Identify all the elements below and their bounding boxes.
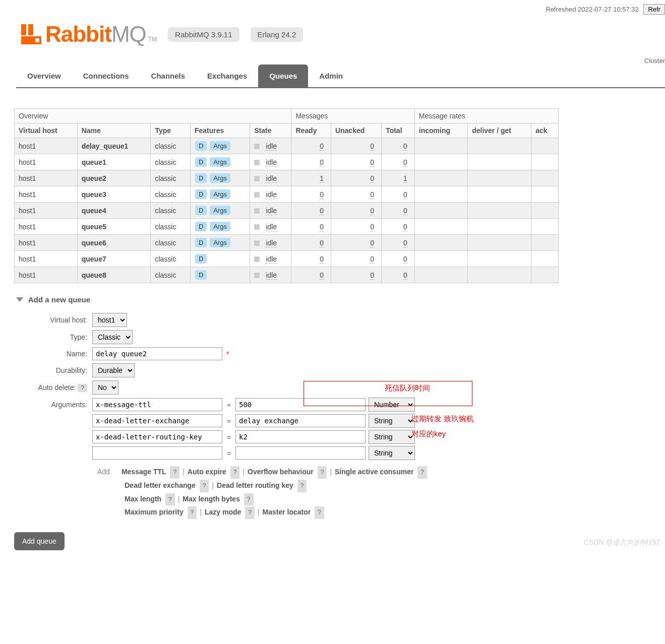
cell-features: D Args	[190, 203, 250, 219]
durable-badge: D	[195, 254, 207, 264]
col-unacked[interactable]: Unacked	[331, 123, 381, 138]
tab-overview[interactable]: Overview	[16, 65, 72, 87]
cell-features: D Args	[190, 235, 250, 251]
cell-name[interactable]: queue6	[77, 235, 151, 251]
help-icon[interactable]: ?	[78, 384, 87, 392]
arg-key-input[interactable]	[92, 430, 222, 443]
cell-state: idle	[250, 219, 291, 235]
help-icon[interactable]: ?	[200, 480, 209, 492]
arg-key-input[interactable]	[92, 446, 222, 460]
arg-value-input[interactable]	[235, 398, 366, 411]
helper-link[interactable]: Max length bytes	[183, 495, 240, 503]
help-icon[interactable]: ?	[188, 506, 197, 519]
col-type[interactable]: Type	[151, 123, 190, 138]
col-ready[interactable]: Ready	[291, 123, 331, 138]
helper-link[interactable]: Max length	[125, 495, 161, 503]
autodelete-select[interactable]: No	[92, 380, 118, 395]
svg-rect-3	[35, 38, 39, 42]
help-icon[interactable]: ?	[318, 466, 327, 479]
cell-name[interactable]: queue4	[77, 203, 151, 219]
col-state[interactable]: State	[250, 123, 291, 138]
tab-channels[interactable]: Channels	[140, 65, 197, 87]
col-deliver[interactable]: deliver / get	[468, 123, 531, 138]
cell-state: idle	[250, 154, 291, 170]
args-badge: Args	[210, 189, 230, 199]
add-queue-button[interactable]: Add queue	[14, 532, 65, 550]
col-vhost[interactable]: Virtual host	[15, 123, 78, 138]
tab-exchanges[interactable]: Exchanges	[196, 65, 258, 87]
helper-link[interactable]: Message TTL	[122, 468, 166, 476]
helper-link[interactable]: Master locator	[263, 508, 311, 516]
arg-type-select[interactable]: String	[369, 446, 415, 460]
logo-text-mq: MQ	[111, 22, 146, 47]
arg-type-select[interactable]: String	[369, 414, 415, 428]
cell-name[interactable]: queue2	[77, 170, 151, 186]
cell-type: classic	[151, 251, 190, 267]
arg-value-input[interactable]	[235, 414, 366, 427]
tab-admin[interactable]: Admin	[308, 65, 354, 87]
cell-deliver	[468, 267, 531, 283]
col-features[interactable]: Features	[190, 123, 250, 138]
help-icon[interactable]: ?	[245, 506, 255, 519]
helper-link[interactable]: Overflow behaviour	[248, 468, 314, 476]
helper-link[interactable]: Dead letter routing key	[217, 481, 293, 489]
arg-type-select[interactable]: String	[369, 430, 415, 444]
arg-key-input[interactable]	[92, 398, 222, 411]
cell-name[interactable]: queue5	[77, 219, 151, 235]
add-queue-section-header[interactable]: Add a new queue	[14, 283, 665, 310]
col-incoming[interactable]: incoming	[414, 123, 467, 138]
help-icon[interactable]: ?	[165, 493, 175, 506]
cell-name[interactable]: queue1	[77, 154, 151, 170]
cell-type: classic	[151, 235, 190, 251]
cell-incoming	[414, 251, 467, 267]
help-icon[interactable]: ?	[244, 493, 254, 506]
helper-link[interactable]: Dead letter exchange	[125, 481, 196, 489]
tab-connections[interactable]: Connections	[72, 65, 140, 87]
collapse-triangle-icon	[16, 297, 23, 302]
cell-deliver	[468, 219, 531, 235]
cell-deliver	[468, 235, 531, 251]
cell-name[interactable]: queue7	[77, 251, 151, 267]
helper-link[interactable]: Single active consumer	[335, 468, 413, 476]
cell-state: idle	[250, 138, 291, 154]
cell-total: 0	[382, 186, 415, 203]
col-group-rates: Message rates	[414, 109, 558, 123]
col-ack[interactable]: ack	[531, 123, 559, 138]
logo-row: Rabbit MQ TM RabbitMQ 3.9.11 Erlang 24.2	[0, 15, 665, 52]
table-row: host1 queue5 classic D Args idle 0 0 0	[15, 219, 559, 235]
cell-name[interactable]: queue3	[77, 186, 151, 203]
tab-queues[interactable]: Queues	[258, 65, 308, 87]
refresh-button[interactable]: Refr	[643, 4, 665, 15]
durability-select[interactable]: Durable	[92, 363, 135, 377]
type-select[interactable]: Classic	[92, 330, 133, 344]
cell-deliver	[468, 203, 531, 219]
help-icon[interactable]: ?	[417, 466, 427, 479]
cell-incoming	[414, 170, 467, 186]
help-icon[interactable]: ?	[315, 506, 324, 519]
name-input[interactable]	[92, 347, 222, 360]
help-icon[interactable]: ?	[297, 480, 307, 492]
helper-link[interactable]: Auto expire	[188, 468, 226, 476]
cell-features: D Args	[190, 170, 250, 186]
argument-row: = String	[92, 430, 415, 444]
cell-features: D Args	[190, 186, 250, 203]
durable-badge: D	[195, 157, 207, 167]
cell-name[interactable]: queue8	[77, 267, 151, 283]
arg-type-select[interactable]: Number	[369, 398, 415, 412]
cell-ack	[531, 219, 559, 235]
cell-name[interactable]: delay_queue1	[77, 138, 151, 154]
help-icon[interactable]: ?	[230, 466, 240, 479]
vhost-select[interactable]: host1	[92, 313, 127, 327]
cell-total: 0	[382, 138, 415, 154]
args-badge: Args	[210, 141, 230, 151]
helper-link[interactable]: Lazy mode	[205, 508, 241, 516]
help-icon[interactable]: ?	[170, 466, 179, 479]
cell-unacked: 0	[331, 235, 381, 251]
helper-link[interactable]: Maximum priority	[125, 508, 184, 516]
col-total[interactable]: Total	[382, 123, 415, 138]
arg-value-input[interactable]	[235, 446, 366, 460]
arg-value-input[interactable]	[235, 430, 366, 443]
arg-key-input[interactable]	[92, 414, 222, 427]
col-name[interactable]: Name	[77, 123, 151, 138]
cell-features: D Args	[190, 219, 250, 235]
